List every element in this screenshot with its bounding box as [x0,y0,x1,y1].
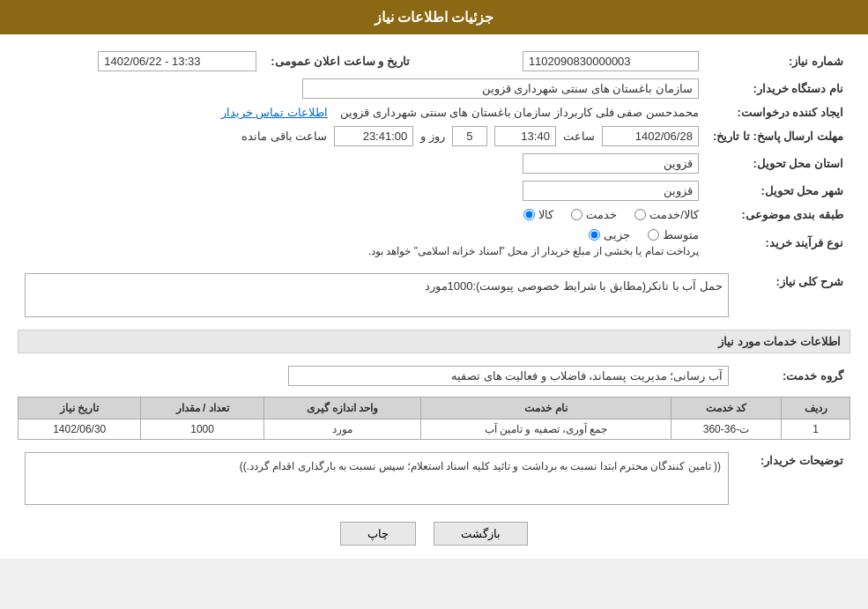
city-value: قزوین [523,181,699,201]
service-group-value: آب رسانی؛ مدیریت پسماند، فاضلاب و فعالیت… [288,366,729,386]
purchase-note: پرداخت تمام یا بخشی از مبلغ خریدار از مح… [25,245,699,257]
deadline-days: 5 [452,126,487,146]
page-title: جزئیات اطلاعات نیاز [0,0,868,34]
col-header-unit: واحد اندازه گیری [263,397,421,420]
purchase-type-label: نوع فرآیند خرید: [706,225,850,261]
announce-date-value: 1402/06/22 - 13:33 [98,51,256,71]
buyer-notes-label: توضیحات خریدار: [736,449,850,509]
need-desc-label: شرح کلی نیاز: [736,270,850,321]
need-desc-value: حمل آب با تانکر(مطابق با شرایط خصوصی پیو… [25,273,729,317]
city-label: شهر محل تحویل: [706,177,850,204]
province-value: قزوین [523,153,699,174]
contact-link[interactable]: اطلاعات تماس خریدار [221,106,328,119]
category-khedmat[interactable]: خدمت [571,208,617,221]
need-number-label: شماره نیاز: [706,48,850,75]
table-row: 1ت-36-360جمع آوری، تصفیه و تامین آبمورد1… [19,420,850,440]
purchase-medium[interactable]: متوسط [648,228,699,241]
back-button[interactable]: بازگشت [434,522,528,546]
deadline-date: 1402/06/28 [602,126,699,146]
requester-label: ایجاد کننده درخواست: [706,102,850,123]
days-label: روز و [420,130,445,143]
requester-value: محمدحسن صفی فلی کاربرداز سازمان باغستان … [340,106,699,119]
announce-date-label: تاریخ و ساعت اعلان عمومی: [263,48,417,75]
col-header-code: کد خدمت [671,397,782,420]
print-button[interactable]: چاپ [340,522,416,546]
services-table: ردیف کد خدمت نام خدمت واحد اندازه گیری ت… [18,397,850,440]
category-kala-khedmat[interactable]: کالا/خدمت [634,208,699,221]
buyer-org-value: سازمان باغستان های سنتی شهرداری قزوین [302,78,699,99]
category-kala[interactable]: کالا [523,208,553,221]
deadline-time: 13:40 [494,126,556,146]
category-label: طبقه بندی موضوعی: [706,204,850,225]
buyer-notes-value: (( تامین کنندگان محترم ابتدا نسبت به برد… [25,452,729,505]
services-section-title: اطلاعات خدمات مورد نیاز [18,330,850,353]
col-header-date: تاریخ نیاز [19,397,141,420]
province-label: استان محل تحویل: [706,150,850,177]
purchase-partial[interactable]: جزیی [589,228,630,241]
service-group-label: گروه خدمت: [736,362,850,390]
deadline-time-sep: ساعت [563,130,595,143]
col-header-row: ردیف [782,397,850,420]
remaining-label: ساعت باقی مانده [241,130,327,143]
deadline-label: مهلت ارسال پاسخ: تا تاریخ: [706,123,850,150]
deadline-remaining: 23:41:00 [334,126,413,146]
col-header-name: نام خدمت [421,397,671,420]
buyer-org-label: نام دستگاه خریدار: [706,75,850,102]
col-header-qty: تعداد / مقدار [141,397,263,420]
need-number-value: 1102090830000003 [523,51,699,71]
